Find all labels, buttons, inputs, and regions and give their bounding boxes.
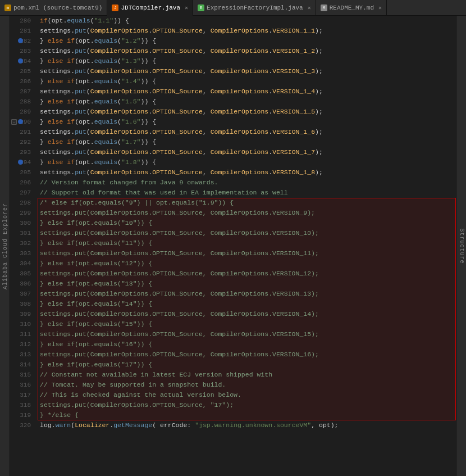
line-num-305: 305 bbox=[10, 269, 35, 279]
left-sidebar-label: Alibaba Cloud Explorer bbox=[2, 202, 8, 289]
line-num-297: 297 bbox=[10, 188, 35, 198]
line-num-286: 286 bbox=[10, 76, 35, 87]
line-num-317: 317 bbox=[10, 390, 35, 400]
line-num-315: 315 bbox=[10, 370, 35, 380]
code-line-314: } else if(opt.equals("17")) { bbox=[40, 360, 456, 370]
code-line-293: settings.put(CompilerOptions.OPTION_Sour… bbox=[40, 147, 456, 157]
line-num-289: 289 bbox=[10, 107, 35, 117]
line-num-282: 282 bbox=[10, 36, 35, 46]
left-sidebar: Alibaba Cloud Explorer bbox=[0, 16, 10, 476]
code-line-292: } else if(opt.equals("1.7")) { bbox=[40, 137, 456, 147]
code-line-290: } else if(opt.equals("1.6")) { bbox=[40, 117, 456, 127]
tab-jdt-label: JDTCompiler.java bbox=[121, 4, 180, 11]
code-line-316: // Tomcat. May be supported in a snapsho… bbox=[40, 380, 456, 390]
line-num-294: 294 bbox=[10, 157, 35, 167]
code-line-304: } else if(opt.equals("12")) { bbox=[40, 259, 456, 269]
code-line-312: } else if(opt.equals("16")) { bbox=[40, 339, 456, 350]
code-line-306: } else if(opt.equals("13")) { bbox=[40, 279, 456, 289]
line-num-298: 298 bbox=[10, 198, 35, 208]
line-num-296: 296 bbox=[10, 178, 35, 188]
line-num-318: 318 bbox=[10, 400, 35, 410]
code-area[interactable]: 280281282283284285286287288289-290291292… bbox=[10, 16, 456, 476]
code-line-310: } else if(opt.equals("15")) { bbox=[40, 319, 456, 329]
line-num-285: 285 bbox=[10, 66, 35, 76]
code-line-289: settings.put(CompilerOptions.OPTION_Sour… bbox=[40, 107, 456, 117]
line-num-287: 287 bbox=[10, 87, 35, 97]
code-line-281: settings.put(CompilerOptions.OPTION_Sour… bbox=[40, 26, 456, 36]
maven-icon: m bbox=[4, 4, 11, 11]
code-line-298: /* else if(opt.equals("9") || opt.equals… bbox=[40, 198, 456, 208]
code-line-311: settings.put(CompilerOptions.OPTION_Sour… bbox=[40, 329, 456, 339]
line-num-319: 319 bbox=[10, 410, 35, 420]
tab-expr-label: ExpressionFactoryImpl.java bbox=[207, 4, 303, 11]
tab-pom-label: pom.xml (source-tomcat9) bbox=[13, 4, 102, 11]
line-num-307: 307 bbox=[10, 289, 35, 299]
line-num-311: 311 bbox=[10, 329, 35, 339]
code-line-300: } else if(opt.equals("10")) { bbox=[40, 218, 456, 228]
code-line-302: } else if(opt.equals("11")) { bbox=[40, 238, 456, 248]
line-num-309: 309 bbox=[10, 309, 35, 319]
code-line-291: settings.put(CompilerOptions.OPTION_Sour… bbox=[40, 127, 456, 137]
tab-expr[interactable]: E ExpressionFactoryImpl.java ✕ bbox=[193, 0, 316, 16]
line-num-280: 280 bbox=[10, 16, 35, 26]
java-j-icon: J bbox=[112, 4, 118, 11]
code-line-286: } else if(opt.equals("1.4")) { bbox=[40, 76, 456, 87]
line-num-290: -290 bbox=[10, 117, 35, 127]
line-num-303: 303 bbox=[10, 248, 35, 259]
code-line-296: // Version format changed from Java 9 on… bbox=[40, 178, 456, 188]
line-num-281: 281 bbox=[10, 26, 35, 36]
code-line-287: settings.put(CompilerOptions.OPTION_Sour… bbox=[40, 87, 456, 97]
line-num-300: 300 bbox=[10, 218, 35, 228]
line-num-312: 312 bbox=[10, 339, 35, 350]
fold-icon-290[interactable]: - bbox=[11, 119, 17, 125]
right-sidebar-label: Structure bbox=[458, 228, 464, 264]
code-line-294: } else if(opt.equals("1.8")) { bbox=[40, 157, 456, 167]
tab-pom[interactable]: m pom.xml (source-tomcat9) bbox=[0, 0, 107, 16]
main-layout: Alibaba Cloud Explorer 28028128228328428… bbox=[0, 16, 466, 476]
tab-jdt-close[interactable]: ✕ bbox=[185, 4, 188, 11]
code-line-299: settings.put(CompilerOptions.OPTION_Sour… bbox=[40, 208, 456, 218]
code-line-305: settings.put(CompilerOptions.OPTION_Sour… bbox=[40, 269, 456, 279]
code-line-303: settings.put(CompilerOptions.OPTION_Sour… bbox=[40, 248, 456, 259]
gutter-dot-290 bbox=[18, 119, 23, 124]
code-line-284: } else if(opt.equals("1.3")) { bbox=[40, 56, 456, 66]
tab-expr-close[interactable]: ✕ bbox=[308, 4, 311, 11]
code-line-308: } else if(opt.equals("14")) { bbox=[40, 299, 456, 309]
code-line-285: settings.put(CompilerOptions.OPTION_Sour… bbox=[40, 66, 456, 76]
line-num-302: 302 bbox=[10, 238, 35, 248]
code-line-295: settings.put(CompilerOptions.OPTION_Sour… bbox=[40, 167, 456, 178]
code-line-301: settings.put(CompilerOptions.OPTION_Sour… bbox=[40, 228, 456, 238]
gutter-dot-284 bbox=[18, 58, 23, 64]
line-num-308: 308 bbox=[10, 299, 35, 309]
line-num-299: 299 bbox=[10, 208, 35, 218]
line-num-306: 306 bbox=[10, 279, 35, 289]
gutter-dot-294 bbox=[18, 160, 23, 165]
line-num-313: 313 bbox=[10, 350, 35, 360]
line-num-316: 316 bbox=[10, 380, 35, 390]
tab-readme[interactable]: M README_MY.md ✕ bbox=[316, 0, 387, 16]
tab-readme-close[interactable]: ✕ bbox=[378, 4, 382, 11]
line-num-293: 293 bbox=[10, 147, 35, 157]
line-num-320: 320 bbox=[10, 420, 35, 430]
code-line-318: settings.put(CompilerOptions.OPTION_Sour… bbox=[40, 400, 456, 410]
code-line-315: // Constant not available in latest ECJ … bbox=[40, 370, 456, 380]
code-line-317: // This is checked against the actual ve… bbox=[40, 390, 456, 400]
code-line-313: settings.put(CompilerOptions.OPTION_Sour… bbox=[40, 350, 456, 360]
line-num-284: 284 bbox=[10, 56, 35, 66]
code-line-288: } else if(opt.equals("1.5")) { bbox=[40, 97, 456, 107]
tab-readme-label: README_MY.md bbox=[330, 4, 374, 11]
line-num-295: 295 bbox=[10, 167, 35, 178]
code-container: 280281282283284285286287288289-290291292… bbox=[10, 16, 456, 476]
code-line-307: settings.put(CompilerOptions.OPTION_Sour… bbox=[40, 289, 456, 299]
line-num-304: 304 bbox=[10, 259, 35, 269]
code-lines: if(opt.equals("1.1")) { settings.put(Com… bbox=[35, 16, 456, 476]
line-num-292: 292 bbox=[10, 137, 35, 147]
java-e-icon: E bbox=[198, 4, 204, 11]
tab-jdt[interactable]: J JDTCompiler.java ✕ bbox=[107, 0, 193, 16]
line-num-288: 288 bbox=[10, 97, 35, 107]
right-sidebar: Structure bbox=[456, 16, 466, 476]
gutter-dot-282 bbox=[18, 38, 23, 43]
line-num-314: 314 bbox=[10, 360, 35, 370]
code-line-319: } */else { bbox=[40, 410, 456, 420]
code-line-280: if(opt.equals("1.1")) { bbox=[40, 16, 456, 26]
